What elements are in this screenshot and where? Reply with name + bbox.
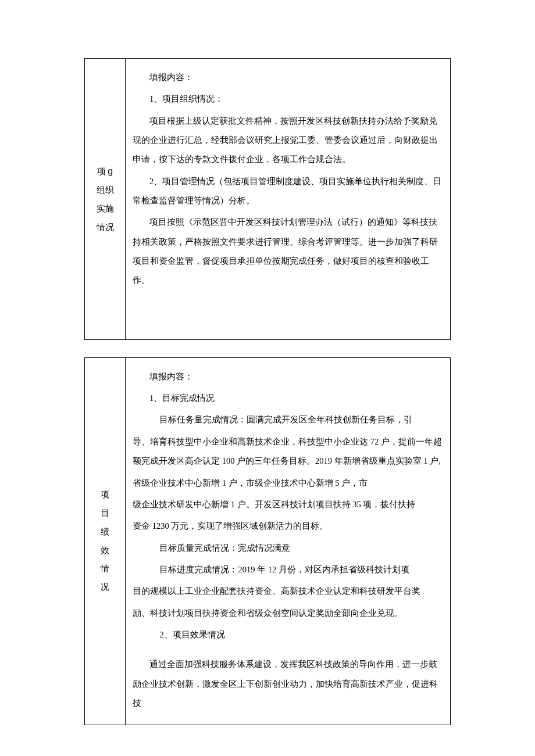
section-2-label-cell: 项 目 绩 效 情 况 (85, 357, 126, 725)
item-1-body: 项目根据上级认定获批文件精神，按照开发区科技创新扶持办法给予奖励兑现的企业进行汇… (133, 112, 443, 170)
label-line: 目 (88, 504, 122, 523)
label-line: 项 (88, 486, 122, 504)
item-progress-line: 目标进度完成情况：2019 年 12 月份，对区内承担省级科技计划项 (133, 560, 443, 579)
item-progress-line: 励、科技计划项目扶持资金和省级众创空间认定奖励全部向企业兑现。 (133, 604, 443, 623)
label-line: 组织 (88, 181, 122, 200)
item-1-title: 1、项目组织情况： (133, 89, 443, 109)
item-2-body: 通过全面加强科技服务体系建设，发挥我区科技政策的导向作用，进一步鼓励企业技术创新… (133, 655, 443, 713)
item-1-line: 目标任务量完成情况：圆满完成开发区全年科技创新任务目标，引 (133, 410, 443, 429)
content-heading: 填报内容： (133, 68, 443, 87)
content-heading: 填报内容： (133, 367, 443, 386)
label-line: 情况 (88, 218, 122, 237)
section-1-table: 项 g 组织 实施 情况 填报内容： 1、项目组织情况： 项目根据上级认定获批文… (84, 58, 451, 340)
item-1-line: 资金 1230 万元，实现了增强区域创新活力的目标。 (133, 517, 443, 536)
label-line: 况 (88, 578, 122, 597)
item-1-line: 导、培育科技型中小企业和高新技术企业，科技型中小企业达 72 户，提前一年超额完… (133, 432, 443, 471)
item-2-body: 项目按照《示范区晋中开发区科技计划管理办法（试行）的通知》等科技扶持相关政策，严… (133, 213, 443, 290)
section-2-table: 项 目 绩 效 情 况 填报内容： 1、目标完成情况 目标任务量完成情况：圆满完… (84, 357, 451, 726)
item-progress-line: 目的规模以上工业企业配套扶持资金、高新技术企业认定和科技研发平台奖 (133, 582, 443, 601)
label-line: 效 (88, 542, 122, 560)
label-line: 实施 (88, 200, 122, 218)
label-line: 绩 (88, 523, 122, 542)
section-2-content-cell: 填报内容： 1、目标完成情况 目标任务量完成情况：圆满完成开发区全年科技创新任务… (126, 357, 451, 725)
item-2-title: 2、项目效果情况 (133, 625, 443, 644)
label-line: 项 g (88, 161, 122, 181)
item-1-line: 级企业技术研发中心新增 1 户。开发区科技计划项目扶持 35 项，拨付扶持 (133, 495, 443, 514)
label-line: 情 (88, 560, 122, 578)
item-quality-line: 目标质量完成情况：完成情况满意 (133, 539, 443, 558)
item-2-title: 2、项目管理情况（包括项目管理制度建设、项目实施单位执行相关制度、日常检查监督管… (133, 172, 443, 211)
section-1-label-cell: 项 g 组织 实施 情况 (85, 59, 126, 340)
item-1-title: 1、目标完成情况 (133, 389, 443, 408)
item-1-line: 省级企业技术中心新增 1 户，市级企业技术中心新增 5 户，市 (133, 474, 443, 493)
section-1-content-cell: 填报内容： 1、项目组织情况： 项目根据上级认定获批文件精神，按照开发区科技创新… (126, 59, 451, 340)
